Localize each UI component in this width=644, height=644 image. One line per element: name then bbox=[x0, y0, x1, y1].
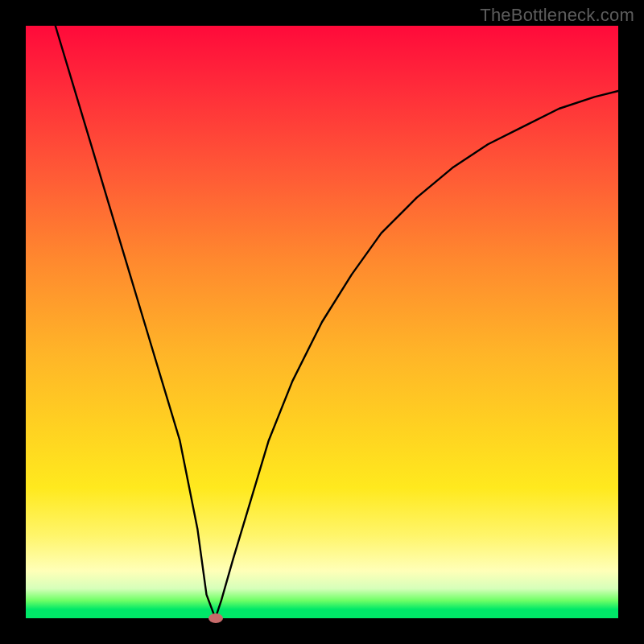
watermark-text: TheBottleneck.com bbox=[480, 5, 634, 26]
optimum-marker bbox=[208, 613, 223, 623]
plot-area bbox=[26, 26, 618, 618]
chart-frame: TheBottleneck.com bbox=[0, 0, 644, 644]
bottleneck-curve bbox=[26, 26, 618, 618]
